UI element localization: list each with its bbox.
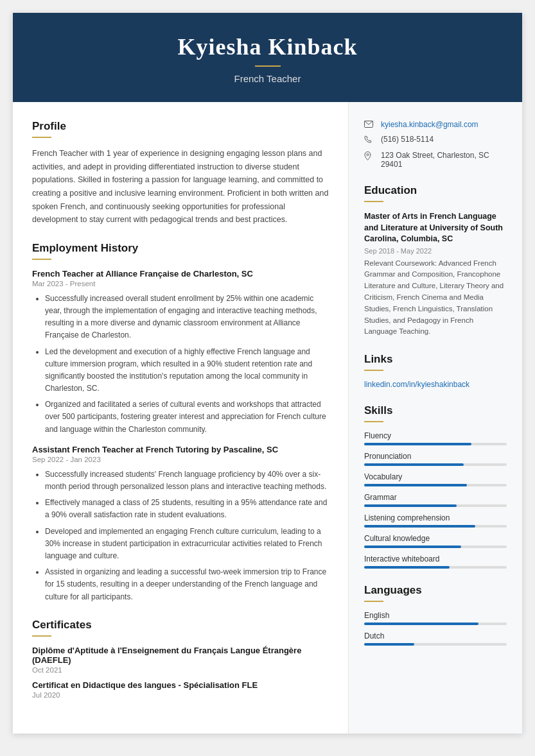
edu-details: Relevant Coursework: Advanced French Gra…	[364, 258, 507, 338]
skills-divider	[364, 421, 383, 422]
job-1: French Teacher at Alliance Française de …	[32, 269, 329, 436]
skill-bar-fill-5	[364, 546, 461, 548]
job-1-title: French Teacher at Alliance Française de …	[32, 269, 329, 279]
email-icon	[364, 121, 376, 130]
svg-point-1	[367, 154, 369, 156]
right-column: kyiesha.kinback@gmail.com (516) 518-5114	[349, 102, 522, 734]
skill-bar-bg-5	[364, 546, 507, 548]
links-divider	[364, 370, 383, 371]
skills-title: Skills	[364, 404, 507, 417]
skill-label-6: Interactive whiteboard	[364, 554, 507, 563]
links-title: Links	[364, 353, 507, 366]
skill-label-5: Cultural knowledge	[364, 534, 507, 543]
contact-address: 123 Oak Street, Charleston, SC 29401	[364, 151, 507, 169]
education-title: Education	[364, 184, 507, 197]
cert-1: Diplôme d'Aptitude à l'Enseignement du F…	[32, 646, 329, 674]
skill-bar-bg-2	[364, 484, 507, 486]
job-2-dates: Sep 2022 - Jan 2023	[32, 456, 329, 463]
contact-email: kyiesha.kinback@gmail.com	[364, 120, 507, 130]
skill-label-0: Fluency	[364, 431, 507, 440]
employment-title: Employment History	[32, 242, 329, 255]
header-divider	[255, 65, 281, 67]
job-2: Assistant French Teacher at French Tutor…	[32, 445, 329, 603]
profile-title: Profile	[32, 120, 329, 133]
phone-number: (516) 518-5114	[381, 135, 434, 144]
skill-bar-bg-4	[364, 525, 507, 528]
skill-bar-bg-0	[364, 443, 507, 445]
resume-body: Profile French Teacher with 1 year of ex…	[13, 102, 522, 734]
contact-phone: (516) 518-5114	[364, 135, 507, 146]
edu-dates: Sep 2018 - May 2022	[364, 247, 507, 255]
lang-label-0: English	[364, 611, 507, 620]
languages-list: English Dutch	[364, 611, 507, 646]
certificates-section: Certificates Diplôme d'Aptitude à l'Ense…	[32, 619, 329, 699]
candidate-name: Kyiesha Kinback	[39, 33, 496, 60]
skill-bar-fill-1	[364, 463, 464, 466]
skill-item-2: Vocabulary	[364, 472, 507, 486]
contact-section: kyiesha.kinback@gmail.com (516) 518-5114	[364, 120, 507, 169]
job-2-bullet-3: Developed and implemented an engaging Fr…	[45, 526, 329, 563]
skill-bar-bg-3	[364, 504, 507, 507]
skill-item-6: Interactive whiteboard	[364, 554, 507, 569]
cert-1-title: Diplôme d'Aptitude à l'Enseignement du F…	[32, 646, 329, 665]
skill-bar-fill-3	[364, 504, 457, 507]
job-1-bullets: Successfully increased overall student e…	[32, 293, 329, 436]
skill-bar-bg-1	[364, 463, 507, 466]
employment-divider	[32, 259, 51, 260]
candidate-title: French Teacher	[39, 73, 496, 84]
phone-icon	[364, 135, 376, 146]
languages-section: Languages English Dutch	[364, 584, 507, 646]
skill-item-1: Pronunciation	[364, 452, 507, 466]
job-2-bullet-1: Successfully increased students' French …	[45, 468, 329, 493]
education-divider	[364, 201, 383, 202]
skill-item-4: Listening comprehension	[364, 513, 507, 528]
skill-bar-fill-0	[364, 443, 471, 445]
cert-2-title: Certificat en Didactique des langues - S…	[32, 680, 329, 690]
job-1-dates: Mar 2023 - Present	[32, 280, 329, 288]
cert-2: Certificat en Didactique des langues - S…	[32, 680, 329, 699]
links-section: Links linkedin.com/in/kyieshakinback	[364, 353, 507, 389]
cert-1-date: Oct 2021	[32, 666, 329, 674]
skill-item-3: Grammar	[364, 493, 507, 507]
skills-section: Skills Fluency Pronunciation Vocabulary …	[364, 404, 507, 569]
profile-text: French Teacher with 1 year of experience…	[32, 147, 329, 227]
job-1-bullet-1: Successfully increased overall student e…	[45, 293, 329, 342]
address-text: 123 Oak Street, Charleston, SC 29401	[381, 151, 507, 169]
lang-item-0: English	[364, 611, 507, 625]
education-section: Education Master of Arts in French Langu…	[364, 184, 507, 338]
resume-header: Kyiesha Kinback French Teacher	[13, 13, 522, 102]
skill-item-0: Fluency	[364, 431, 507, 445]
certificates-divider	[32, 635, 51, 637]
job-2-bullets: Successfully increased students' French …	[32, 468, 329, 603]
profile-section: Profile French Teacher with 1 year of ex…	[32, 120, 329, 227]
skill-bar-fill-4	[364, 525, 475, 528]
languages-title: Languages	[364, 584, 507, 597]
job-1-bullet-3: Organized and facilitated a series of cu…	[45, 399, 329, 436]
lang-bar-bg-1	[364, 643, 507, 646]
profile-divider	[32, 137, 51, 138]
skill-label-3: Grammar	[364, 493, 507, 502]
job-2-bullet-4: Assisted in organizing and leading a suc…	[45, 566, 329, 603]
skill-label-2: Vocabulary	[364, 472, 507, 481]
edu-degree: Master of Arts in French Language and Li…	[364, 211, 507, 245]
job-2-bullet-2: Effectively managed a class of 25 studen…	[45, 497, 329, 521]
job-1-bullet-2: Led the development and execution of a h…	[45, 346, 329, 395]
employment-section: Employment History French Teacher at All…	[32, 242, 329, 603]
skill-bar-bg-6	[364, 566, 507, 569]
lang-label-1: Dutch	[364, 631, 507, 640]
location-icon	[364, 151, 376, 162]
skill-label-4: Listening comprehension	[364, 513, 507, 522]
left-column: Profile French Teacher with 1 year of ex…	[13, 102, 349, 734]
job-2-title: Assistant French Teacher at French Tutor…	[32, 445, 329, 454]
email-address[interactable]: kyiesha.kinback@gmail.com	[381, 120, 478, 129]
lang-bar-fill-1	[364, 643, 414, 646]
skills-list: Fluency Pronunciation Vocabulary Grammar…	[364, 431, 507, 569]
linkedin-link[interactable]: linkedin.com/in/kyieshakinback	[364, 380, 507, 389]
certificates-title: Certificates	[32, 619, 329, 631]
skill-bar-fill-6	[364, 566, 450, 569]
lang-item-1: Dutch	[364, 631, 507, 646]
lang-bar-bg-0	[364, 623, 507, 625]
languages-divider	[364, 601, 383, 602]
skill-bar-fill-2	[364, 484, 467, 486]
resume-container: Kyiesha Kinback French Teacher Profile F…	[13, 13, 522, 734]
